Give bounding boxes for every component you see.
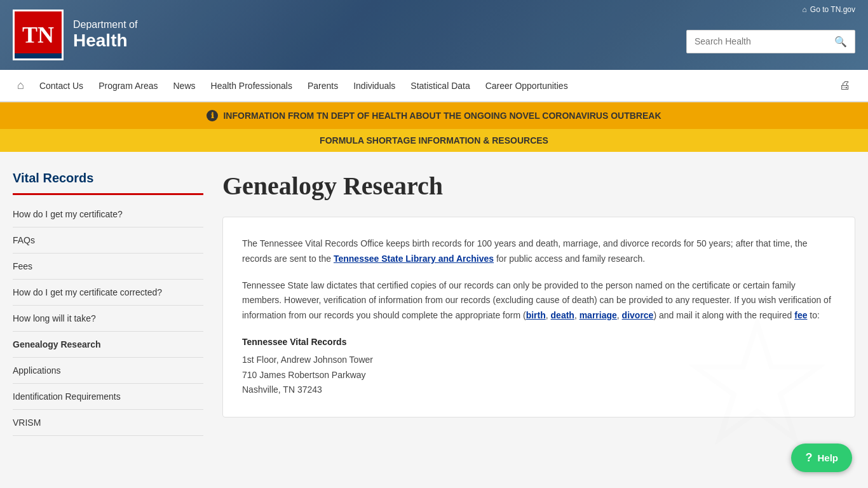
nav-item-career-opportunities[interactable]: Career Opportunities — [478, 72, 576, 100]
logo-text: Department of Health — [73, 19, 137, 51]
content-area: Genealogy Research The Tennessee Vital R… — [222, 171, 855, 436]
sidebar-item-how-long[interactable]: How long will it take? — [13, 306, 203, 332]
sidebar: Vital Records How do I get my certificat… — [13, 171, 203, 436]
formula-shortage-banner[interactable]: FORMULA SHORTAGE INFORMATION & RESOURCES — [0, 129, 868, 152]
content-paragraph-1: The Tennessee Vital Records Office keeps… — [242, 236, 836, 267]
help-button[interactable]: ? Help — [791, 444, 852, 455]
sidebar-item-fees[interactable]: Fees — [13, 254, 203, 280]
nav-item-news[interactable]: News — [166, 72, 203, 100]
fee-link[interactable]: fee — [794, 310, 807, 320]
help-icon: ? — [805, 451, 812, 455]
sidebar-item-faqs[interactable]: FAQs — [13, 227, 203, 254]
search-box[interactable]: 🔍 — [686, 30, 855, 53]
nav-item-parents[interactable]: Parents — [300, 72, 346, 100]
nav-home-icon[interactable]: ⌂ — [10, 70, 32, 101]
home-icon: ⌂ — [803, 5, 807, 14]
nav-item-statistical-data[interactable]: Statistical Data — [403, 72, 477, 100]
nav-item-health-professionals[interactable]: Health Professionals — [203, 72, 300, 100]
sidebar-item-certificate-corrected[interactable]: How do I get my certificate corrected? — [13, 280, 203, 306]
site-header: ⌂ Go to TN.gov TN Department of Health 🔍 — [0, 0, 868, 70]
marriage-link[interactable]: marriage — [580, 310, 617, 320]
content-paragraph-2: Tennessee State law dictates that certif… — [242, 278, 836, 323]
goto-tn-link[interactable]: ⌂ Go to TN.gov — [803, 5, 855, 14]
help-label: Help — [817, 452, 838, 455]
dept-label: Department of — [73, 19, 137, 30]
address-line1: 1st Floor, Andrew Johnson Tower — [242, 355, 373, 365]
sidebar-item-vrism[interactable]: VRISM — [13, 410, 203, 436]
page-title: Genealogy Research — [222, 171, 855, 201]
sidebar-nav: How do I get my certificate? FAQs Fees H… — [13, 201, 203, 436]
print-icon[interactable]: 🖨 — [832, 70, 858, 101]
nav-item-program-areas[interactable]: Program Areas — [91, 72, 165, 100]
birth-link[interactable]: birth — [526, 310, 546, 320]
logo-area: TN Department of Health — [13, 10, 137, 60]
coronavirus-banner[interactable]: ℹ INFORMATION FROM TN DEPT OF HEALTH ABO… — [0, 102, 868, 129]
sidebar-item-id-requirements[interactable]: Identification Requirements — [13, 384, 203, 410]
health-label: Health — [73, 30, 137, 51]
nav-item-individuals[interactable]: Individuals — [346, 72, 403, 100]
sidebar-item-genealogy-research[interactable]: Genealogy Research — [13, 332, 203, 358]
search-area: 🔍 — [686, 30, 855, 53]
tn-logo: TN — [13, 10, 64, 60]
address-line3: Nashville, TN 37243 — [242, 384, 322, 395]
search-input[interactable] — [687, 31, 827, 51]
address-line2: 710 James Robertson Parkway — [242, 370, 366, 380]
info-icon: ℹ — [207, 110, 218, 121]
search-button[interactable]: 🔍 — [827, 30, 855, 53]
divorce-link[interactable]: divorce — [622, 310, 654, 320]
main-content: Vital Records How do I get my certificat… — [0, 152, 868, 455]
goto-tn-anchor[interactable]: Go to TN.gov — [810, 5, 855, 14]
formula-shortage-text: FORMULA SHORTAGE INFORMATION & RESOURCES — [320, 135, 548, 146]
nav-item-contact-us[interactable]: Contact Us — [32, 72, 91, 100]
sidebar-title-underline — [13, 193, 203, 195]
sidebar-item-certificate[interactable]: How do I get my certificate? — [13, 201, 203, 227]
nav-bar: ⌂ Contact Us Program Areas News Health P… — [0, 70, 868, 102]
address-block: Tennessee Vital Records 1st Floor, Andre… — [242, 335, 836, 398]
search-icon: 🔍 — [834, 36, 847, 47]
sidebar-title: Vital Records — [13, 171, 203, 191]
address-name: Tennessee Vital Records — [242, 335, 836, 350]
coronavirus-banner-text: INFORMATION FROM TN DEPT OF HEALTH ABOUT… — [223, 111, 661, 121]
death-link[interactable]: death — [551, 310, 574, 320]
tsla-link[interactable]: Tennessee State Library and Archives — [334, 254, 494, 264]
sidebar-item-applications[interactable]: Applications — [13, 358, 203, 384]
content-box: The Tennessee Vital Records Office keeps… — [222, 217, 855, 417]
